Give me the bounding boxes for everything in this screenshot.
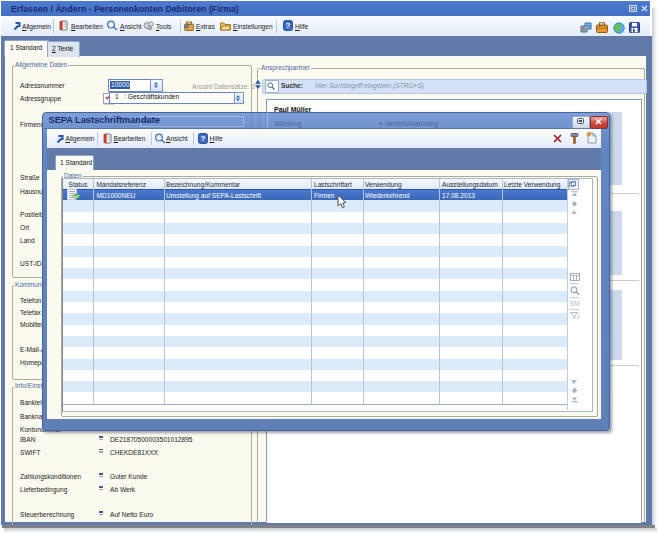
svg-text:?: ? <box>286 21 291 30</box>
svg-text:?: ? <box>200 134 205 143</box>
svg-text:BM: BM <box>570 300 580 307</box>
